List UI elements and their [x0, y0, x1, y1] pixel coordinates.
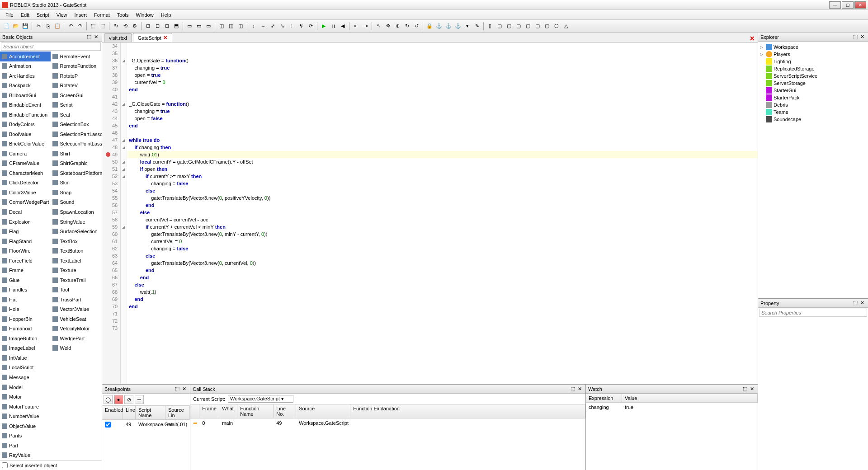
object-item[interactable]: WedgePart [51, 334, 102, 343]
object-item[interactable]: ScreenGui [51, 90, 102, 100]
breakpoint-row[interactable]: 49Workspace.Gat...wait(.01) [102, 420, 190, 430]
new-icon[interactable]: 📄 [2, 22, 11, 31]
menu-help[interactable]: Help [157, 11, 175, 19]
close-panel-icon[interactable]: ✕ [749, 386, 755, 392]
grid4-icon[interactable]: ⬒ [172, 22, 181, 31]
object-item[interactable]: Shirt [51, 149, 102, 159]
object-item[interactable]: Hole [0, 305, 51, 315]
maximize-button[interactable]: ▢ [842, 1, 854, 9]
object-item[interactable]: MotorFeature [0, 402, 51, 412]
object-item[interactable]: ArcHandles [0, 71, 51, 81]
rotate3-icon[interactable]: ↺ [412, 22, 421, 31]
object-item[interactable]: BrickColorValue [0, 139, 51, 149]
xform4-icon[interactable]: ⤡ [278, 22, 287, 31]
layout3-icon[interactable]: ◫ [236, 22, 245, 31]
object-item[interactable] [51, 421, 102, 431]
object-item[interactable] [51, 402, 102, 412]
object-item[interactable]: TextureTrail [51, 275, 102, 285]
undock-icon[interactable]: ⬚ [852, 300, 859, 306]
close-panel-icon[interactable]: ✕ [181, 386, 188, 392]
object-item[interactable]: Texture [51, 265, 102, 275]
close-panel-icon[interactable]: ✕ [859, 300, 866, 306]
tree-item-serverscriptservice[interactable]: ServerScriptService [760, 72, 866, 80]
th-script[interactable]: Script Name [136, 406, 165, 419]
object-item[interactable]: IntValue [0, 353, 51, 363]
view1-icon[interactable]: ▭ [185, 22, 194, 31]
object-item[interactable]: SelectionPointLasso [51, 139, 102, 149]
object-item[interactable]: ForceField [0, 256, 51, 266]
panel5-icon[interactable]: ▢ [524, 22, 533, 31]
rotate-icon[interactable]: ↻ [111, 22, 120, 31]
edit-icon[interactable]: ✎ [472, 22, 481, 31]
current-script-select[interactable]: Workspace.GateScript ▾ [228, 395, 293, 403]
object-item[interactable]: StringValue [51, 217, 102, 227]
undock-icon[interactable]: ⬚ [741, 386, 749, 392]
object-item[interactable]: SkateboardPlatform [51, 168, 102, 178]
xform1-icon[interactable]: ↕ [249, 22, 258, 31]
bp-disable-icon[interactable]: ⊘ [124, 395, 133, 404]
object-item[interactable]: Tool [51, 285, 102, 295]
object-item[interactable]: NumberValue [0, 411, 51, 421]
menu-insert[interactable]: Insert [71, 11, 90, 19]
object-item[interactable]: FlagStand [0, 236, 51, 246]
object-item[interactable]: Hat [0, 295, 51, 305]
th-value[interactable]: Value [622, 394, 758, 402]
th-source[interactable]: Source Lin [165, 406, 190, 419]
tree-item-debris[interactable]: Debris [760, 101, 866, 108]
object-item[interactable]: Sound [51, 197, 102, 207]
dropdown-icon[interactable]: ▾ [463, 22, 472, 31]
object-item[interactable]: Decal [0, 207, 51, 217]
layout2-icon[interactable]: ◫ [226, 22, 236, 31]
object-item[interactable]: Flag [0, 226, 51, 236]
object-item[interactable]: TextLabel [51, 256, 102, 266]
th-line[interactable]: Line [123, 406, 136, 419]
save-icon[interactable]: 💾 [21, 22, 30, 31]
grid3-icon[interactable]: ⊡ [162, 22, 171, 31]
object-item[interactable]: ShirtGraphic [51, 159, 102, 169]
object-item[interactable]: SelectionBox [51, 120, 102, 130]
tree-item-soundscape[interactable]: Soundscape [760, 116, 866, 123]
object-item[interactable]: Color3Value [0, 188, 51, 197]
xform5-icon[interactable]: ⊹ [287, 22, 296, 31]
panel6-icon[interactable]: ▢ [533, 22, 542, 31]
object-item[interactable]: Backpack [0, 81, 51, 91]
object-item[interactable]: RemoteEvent [51, 52, 102, 61]
breakpoint-icon[interactable] [106, 152, 110, 157]
menu-view[interactable]: View [53, 11, 71, 19]
object-item[interactable] [51, 450, 102, 460]
object-item[interactable]: ImageButton [0, 334, 51, 343]
object-item[interactable]: Animation [0, 61, 51, 71]
tree-item-starterpack[interactable]: StarterPack [760, 94, 866, 101]
object-item[interactable]: VelocityMotor [51, 324, 102, 334]
object-item[interactable]: Script [51, 100, 102, 110]
menu-file[interactable]: File [2, 11, 17, 19]
menu-script[interactable]: Script [33, 11, 53, 19]
layout1-icon[interactable]: ◫ [217, 22, 226, 31]
object-item[interactable]: Handles [0, 285, 51, 295]
tree-item-serverstorage[interactable]: ServerStorage [760, 80, 866, 87]
step-back-icon[interactable]: ◀ [338, 22, 347, 31]
th-source[interactable]: Source [296, 404, 350, 418]
paste-icon[interactable]: 📋 [53, 22, 62, 31]
lock-icon[interactable]: 🔒 [425, 22, 434, 31]
undock-icon[interactable]: ⬚ [569, 386, 576, 392]
tree-arrow-icon[interactable]: ▷ [760, 52, 764, 56]
object-item[interactable]: TextButton [51, 246, 102, 256]
object-item[interactable]: TrussPart [51, 295, 102, 305]
object-item[interactable]: Snap [51, 188, 102, 197]
view2-icon[interactable]: ▭ [194, 22, 203, 31]
grid2-icon[interactable]: ⊟ [153, 22, 162, 31]
xform7-icon[interactable]: ⟳ [306, 22, 315, 31]
object-item[interactable] [51, 372, 102, 382]
pause-icon[interactable]: ⏸ [329, 22, 338, 31]
object-item[interactable] [51, 363, 102, 373]
xform6-icon[interactable]: ↯ [297, 22, 306, 31]
object-item[interactable]: ImageLabel [0, 343, 51, 353]
undock-icon[interactable]: ⬚ [174, 386, 181, 392]
object-item[interactable]: CornerWedgePart [0, 197, 51, 207]
object-item[interactable]: Weld [51, 343, 102, 353]
scale-icon[interactable]: ⊕ [393, 22, 402, 31]
tree-item-workspace[interactable]: ▷Workspace [760, 43, 866, 51]
th-frame[interactable]: Frame [199, 404, 219, 418]
bp-list-icon[interactable]: ☰ [135, 395, 144, 404]
